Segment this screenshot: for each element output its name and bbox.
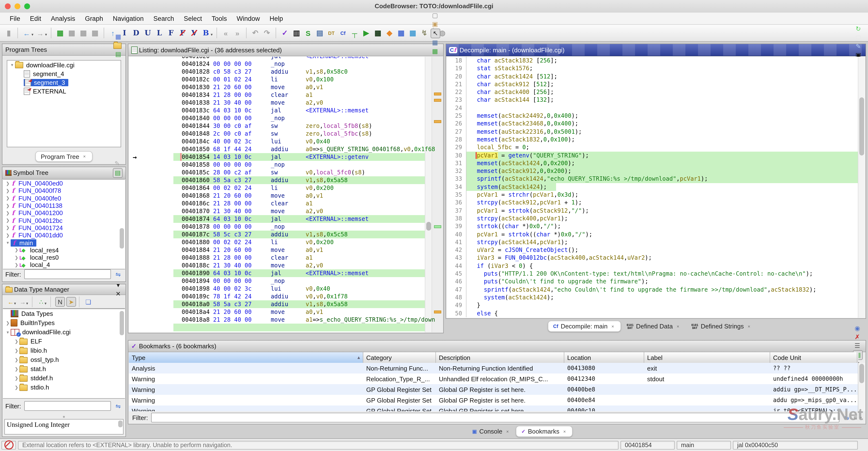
redo-icon[interactable]: ↷ <box>261 28 272 38</box>
listing-line-00401878[interactable]: 0040187800 00 00 00_nop <box>129 223 443 231</box>
close-tab-icon[interactable]: × <box>505 428 510 434</box>
decompile-line-22[interactable]: 22 char acStack400 [256]; <box>446 88 865 96</box>
tree-item-FUN_00401200[interactable]: ❯fFUN_00401200 <box>3 209 125 217</box>
listing-line-0040185c[interactable]: 0040185c28 00 c2 afswv0,local_5fc0(s8) <box>129 169 443 176</box>
clear-function-icon[interactable]: F <box>177 28 188 38</box>
decompile-header[interactable]: Cf Decompile: main - (downloadFlile.cgi)… <box>446 44 866 56</box>
menu-search[interactable]: Search <box>149 14 179 23</box>
listing-line-00401828[interactable]: 00401828c0 58 c3 27addiuv1,s8,0x58c0 <box>129 68 443 76</box>
edit-fields-icon[interactable]: ▦ <box>431 47 439 56</box>
tree-item-FUN_00401dd0[interactable]: ❯fFUN_00401dd0 <box>3 232 125 239</box>
select-columns-icon[interactable]: ☰ <box>853 341 862 350</box>
program-view-icon[interactable]: ▦ <box>90 28 100 38</box>
tree-item-downloadFlile.cgi[interactable]: ▾downloadFlile.cgi <box>7 61 121 69</box>
listing-scrollbar[interactable] <box>425 57 432 332</box>
listing-line-0040188c[interactable]: 0040188c21 30 40 00movea2,v0 <box>129 262 443 269</box>
tree-item-FUN_00401138[interactable]: ❯fFUN_00401138 <box>3 202 125 210</box>
menu-file[interactable]: File <box>5 14 25 23</box>
menu-select[interactable]: Select <box>179 14 207 23</box>
next-highlight-icon[interactable]: » <box>232 28 243 38</box>
tree-item-EXTERNAL[interactable]: EXTERNAL <box>7 87 121 95</box>
decompile-line-31[interactable]: 31 memset(acStack1424,0,0x200); <box>446 159 865 168</box>
symbol-tree-filter-input[interactable] <box>24 269 111 279</box>
decompile-view[interactable]: 18 char acStack1832 [256];19 stat sStack… <box>446 57 865 318</box>
column-header-type[interactable]: Type▲ <box>129 352 363 363</box>
tree-item-downloadFlile.cgi[interactable]: ▾downloadFlile.cgi <box>3 328 125 337</box>
close-tab-icon[interactable]: × <box>610 323 616 329</box>
menu-navigation[interactable]: Navigation <box>108 14 149 23</box>
decompile-line-39[interactable]: 39 strtok((char *)0x0,"/"); <box>446 222 865 230</box>
forward-icon[interactable]: → <box>35 28 45 38</box>
paste-icon[interactable]: ▣ <box>431 20 439 28</box>
define-data-icon[interactable]: D <box>131 28 142 38</box>
listing-line-0040187c[interactable]: 0040187c58 5c c3 27addiuv1,s8,0x5c58 <box>129 231 443 238</box>
open-folder-icon[interactable] <box>114 41 123 50</box>
script-manager-icon[interactable]: ▶ <box>361 28 372 38</box>
bookmarks-scroll-thumb[interactable] <box>859 364 864 383</box>
listing-view[interactable]: 00401820jal<EXTERNAL>::memset0040182400 … <box>129 57 443 332</box>
decompile-line-21[interactable]: 21 char acStack912 [512]; <box>446 81 865 88</box>
decompile-line-46[interactable]: 46 puts("Couldn\'t find to upgrade the f… <box>446 278 865 286</box>
listing-line-00401844[interactable]: 0040184430 00 c0 afswzero,local_5fb8(s8) <box>129 122 443 130</box>
listing-line-00401860[interactable]: 0040186058 5a c3 27addiuv1,s8,0x5a58 <box>129 176 443 184</box>
tree-item-FUN_004012bc[interactable]: ❯fFUN_004012bc <box>3 217 125 224</box>
dtm-preview-scrollbar[interactable] <box>118 420 123 427</box>
decompile-line-41[interactable]: 41 strcpy(acStack144,pcVar1); <box>446 238 865 246</box>
listing-line-00401840[interactable]: 0040184000 00 00 00_nop <box>129 114 443 122</box>
listing-line-004018a8[interactable]: 004018a821 28 40 00movea1=>s_echo_QUERY_… <box>129 316 443 324</box>
create-label-icon[interactable]: L <box>154 28 165 38</box>
tree-item-libio.h[interactable]: ❯libio.h <box>3 346 125 355</box>
diamond-icon[interactable]: ◆ <box>384 28 395 38</box>
decompile-line-34[interactable]: 34 system(acStack1424); <box>446 183 865 191</box>
bookmark-row[interactable]: WarningRelocation_Type_R_...Unhandled El… <box>129 373 858 384</box>
edit-icon[interactable]: ✎ <box>854 42 863 51</box>
tree-item-local_4[interactable]: ❯Llocal_4 <box>3 261 125 269</box>
listing-line-00401874[interactable]: 0040187464 03 10 0cjal<EXTERNAL>::memset <box>129 215 443 223</box>
edit-pencil-icon[interactable]: ✎ <box>113 159 122 168</box>
listing-line-00401898[interactable]: 0040189840 00 02 3cluiv0,0x40 <box>129 285 443 293</box>
tree-item-BuiltInTypes[interactable]: ❯BuiltInTypes <box>3 318 125 328</box>
close-tab-icon[interactable]: × <box>675 323 681 329</box>
symbol-tree-scrollbar[interactable] <box>120 228 124 248</box>
open-program-icon[interactable]: ▦ <box>55 28 65 38</box>
listing-line-00401830[interactable]: 0040183021 20 60 00movea0,v1 <box>129 83 443 91</box>
listing-line-00401848[interactable]: 004018482c 00 c0 afswzero,local_5fbc(s8) <box>129 130 443 138</box>
tree-item-main[interactable]: ▾fmain <box>3 239 125 247</box>
listing-line-00401824[interactable]: 0040182400 00 00 00_nop <box>129 60 443 68</box>
byte-viewer-icon[interactable]: ▦ <box>431 38 439 47</box>
menu-caret-icon[interactable]: ▾ <box>114 281 123 290</box>
decompile-line-18[interactable]: 18 char acStack1832 [256]; <box>446 57 865 65</box>
clear-brush-icon[interactable]: ↯ <box>419 28 430 38</box>
tab-program-tree[interactable]: Program Tree × <box>35 151 93 162</box>
chevron-down-icon[interactable]: ▾ <box>44 301 46 305</box>
tree-item-ossl_typ.h[interactable]: ❯ossl_typ.h <box>3 355 125 364</box>
decompile-line-42[interactable]: 42 uVar2 = cJSON_CreateObject(); <box>446 246 865 254</box>
listing-line-00401850[interactable]: 0040185068 1f 44 24addiua0=>s_QUERY_STRI… <box>129 145 443 153</box>
decompile-line-26[interactable]: 26 memset(acStack23468,0,0x400); <box>446 120 865 128</box>
preview-window-icon[interactable]: ❏ <box>84 297 93 306</box>
listing-header[interactable]: Listing: downloadFlile.cgi - (36 address… <box>128 44 443 56</box>
listing-scroll-thumb[interactable] <box>426 222 431 231</box>
filter-options-icon[interactable]: ⇋ <box>842 413 851 422</box>
listing-line-00401868[interactable]: 0040186821 20 60 00movea0,v1 <box>129 192 443 200</box>
menu-edit[interactable]: Edit <box>25 14 46 23</box>
decompile-line-44[interactable]: 44 if (iVar3 < 0) { <box>446 262 865 270</box>
cursor-select-icon[interactable]: ↖ <box>431 28 440 38</box>
data-type-folder-icon[interactable]: DT <box>326 28 337 38</box>
listing-line-00401870[interactable]: 0040187021 30 40 00movea2,v0 <box>129 207 443 215</box>
symbol-tree-header[interactable]: Symbol Tree ✎▤✕ <box>2 167 125 179</box>
decompile-line-25[interactable]: 25 memset(acStack24492,0,0x400); <box>446 112 865 120</box>
column-header-description[interactable]: Description <box>436 352 564 363</box>
listing-line-00401880[interactable]: 0040188000 02 02 24liv0,0x200 <box>129 238 443 246</box>
chevron-down-icon[interactable]: ▾ <box>14 301 16 305</box>
listing-line-00401894[interactable]: 0040189400 00 00 00_nop <box>129 277 443 285</box>
filter-gear-icon[interactable]: ◉ <box>853 324 862 333</box>
filter-options-icon[interactable]: ⇋ <box>114 401 123 410</box>
decompile-line-33[interactable]: 33 sprintf(acStack1424,"echo QUERY_STRIN… <box>446 175 865 183</box>
tab-bookmarks[interactable]: ✓Bookmarks× <box>516 426 572 437</box>
tree-item-FUN_00400f78[interactable]: ❯fFUN_00400f78 <box>3 187 125 195</box>
delete-icon[interactable]: ✗ <box>853 333 862 341</box>
tree-item-segment_3[interactable]: segment_3 <box>7 78 121 87</box>
decompile-line-50[interactable]: 50 else { <box>446 309 865 317</box>
bookmark-b-icon[interactable]: B <box>200 28 211 38</box>
